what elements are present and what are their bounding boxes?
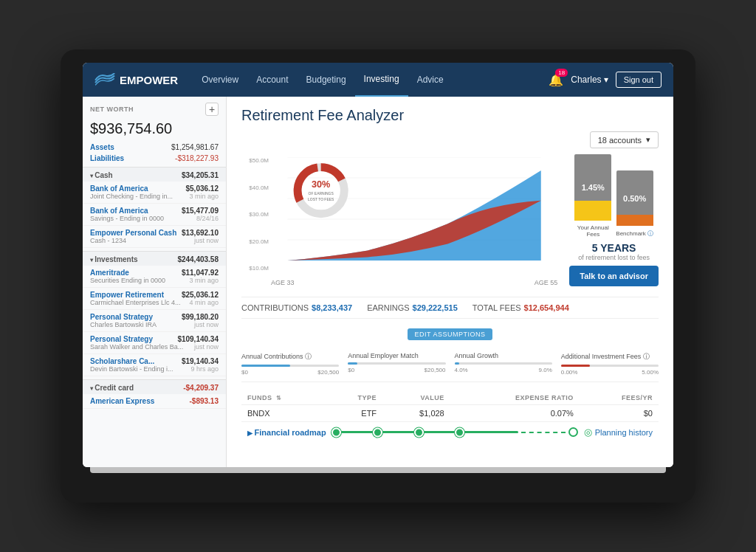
financial-roadmap: Financial roadmap ◎ Planning hi: [241, 422, 659, 442]
user-menu[interactable]: Charles ▾: [571, 75, 608, 85]
nav-links: Overview Account Budgeting Investing Adv…: [193, 63, 549, 97]
sidebar: NET WORTH + $936,754.60 Assets $1,254,98…: [83, 97, 227, 467]
svg-text:OF EARNINGS: OF EARNINGS: [309, 192, 334, 196]
chart-stats: CONTRIBUTIONS $8,233,437 EARNINGS $29,22…: [241, 297, 659, 319]
add-account-button[interactable]: +: [205, 103, 219, 116]
list-item: Ameritrade $11,047.92 Securities Ending …: [83, 266, 226, 288]
svg-text:LOST TO FEES: LOST TO FEES: [308, 197, 334, 201]
history-icon: ◎: [584, 427, 592, 438]
signout-button[interactable]: Sign out: [616, 72, 662, 88]
accounts-button[interactable]: 18 accounts ▾: [590, 131, 659, 148]
cash-section-title[interactable]: Cash: [90, 171, 113, 179]
fee-chart: $50.0M $40.0M $30.0M $20.0M $10.0M: [241, 157, 557, 286]
fund-fees-yr: $0: [580, 405, 659, 422]
credit-section-title[interactable]: Credit card: [90, 384, 134, 392]
main-content: Retirement Fee Analyzer 18 accounts ▾ $5…: [227, 97, 673, 467]
total-fees-value: $12,654,944: [524, 303, 569, 312]
list-item: Bank of America $15,477.09 Savings - End…: [83, 204, 226, 226]
fund-type: ETF: [326, 405, 382, 422]
list-item: Bank of America $5,036.12 Joint Checking…: [83, 182, 226, 204]
advisor-button[interactable]: Talk to an advisor: [569, 266, 659, 286]
sliders-section: Annual Contributions ⓘ $0 $20,500 Annual…: [241, 346, 659, 382]
fee-comparison-bars: 1.45% Your AnnualFees 0.50%: [574, 154, 653, 238]
liabilities-value: -$318,227.93: [175, 154, 219, 162]
page-title: Retirement Fee Analyzer: [241, 107, 659, 124]
accounts-selector: 18 accounts ▾: [241, 131, 659, 148]
investments-section-amount: $244,403.58: [177, 255, 219, 263]
assets-value: $1,254,981.67: [171, 143, 219, 151]
investment-fees-slider: Additional Investment Fees ⓘ 0.00% 5.00%: [561, 352, 659, 376]
value-header: VALUE: [382, 391, 450, 405]
earnings-label: EARNINGS: [367, 303, 409, 312]
logo-text: EMPOWER: [120, 74, 178, 86]
chevron-down-icon: ▾: [646, 135, 650, 145]
list-item: American Express -$893.13: [83, 394, 226, 409]
contributions-label: CONTRIBUTIONS: [241, 303, 309, 312]
fund-expense-ratio: 0.07%: [450, 405, 580, 422]
nav-right: 🔔 18 Charles ▾ Sign out: [549, 72, 662, 88]
expense-ratio-header: EXPENSE RATIO: [450, 391, 580, 405]
list-item: Personal Strategy $99,180.20 Charles Bar…: [83, 310, 226, 332]
liabilities-label: Liabilities: [90, 154, 124, 162]
earnings-value: $29,222,515: [413, 303, 458, 312]
list-item: Personal Strategy $109,140.34 Sarah Walk…: [83, 332, 226, 354]
fund-name[interactable]: BNDX: [241, 405, 326, 422]
chart-section: $50.0M $40.0M $30.0M $20.0M $10.0M: [241, 154, 659, 286]
net-worth-label: NET WORTH: [90, 106, 134, 113]
age-end-label: AGE 55: [535, 279, 558, 286]
planning-history-link[interactable]: ◎ Planning history: [584, 427, 653, 438]
contributions-slider: Annual Contributions ⓘ $0 $20,500: [241, 352, 339, 376]
area-chart-svg: 30% OF EARNINGS LOST TO FEES: [271, 157, 557, 261]
annual-fee-pct: 1.45%: [582, 183, 605, 192]
credit-section-amount: -$4,209.37: [183, 384, 219, 392]
table-row: BNDX ETF $1,028 0.07% $0: [241, 405, 659, 422]
net-worth-value: $936,754.60: [83, 119, 226, 142]
sort-icon: ⇅: [276, 395, 282, 401]
age-start-label: AGE 33: [271, 279, 295, 286]
nav-budgeting[interactable]: Budgeting: [298, 63, 355, 97]
investments-section-title[interactable]: Investments: [90, 255, 138, 263]
years-sublabel: of retirement lost to fees: [578, 254, 650, 261]
nav-overview[interactable]: Overview: [193, 63, 247, 97]
edit-assumptions-button[interactable]: EDIT ASSUMPTIONS: [408, 328, 493, 340]
fees-yr-header: FEES/YR: [580, 391, 659, 405]
list-item: Scholarshare Ca... $19,140.34 Devin Bart…: [83, 354, 226, 376]
assets-label: Assets: [90, 143, 114, 151]
funds-table: FUNDS ⇅ TYPE VALUE EXPENSE RATIO FEES/YR…: [241, 391, 659, 422]
roadmap-label[interactable]: Financial roadmap: [247, 428, 326, 437]
list-item: Empower Personal Cash $13,692.10 Cash - …: [83, 226, 226, 248]
total-fees-label: TOTAL FEES: [472, 303, 521, 312]
fund-value: $1,028: [382, 405, 450, 422]
nav-advice[interactable]: Advice: [408, 63, 453, 97]
bell-icon[interactable]: 🔔 18: [549, 73, 563, 87]
edit-assumptions-section: EDIT ASSUMPTIONS: [241, 326, 659, 340]
svg-text:30%: 30%: [312, 179, 331, 189]
cash-section-amount: $34,205.31: [182, 171, 219, 179]
employer-match-slider: Annual Employer Match $0 $20,500: [348, 352, 445, 376]
contributions-value: $8,233,437: [312, 303, 352, 312]
annual-growth-slider: Annual Growth 4.0% 9.0%: [455, 352, 552, 376]
funds-header[interactable]: FUNDS ⇅: [241, 391, 326, 405]
nav-investing[interactable]: Investing: [355, 63, 408, 97]
logo[interactable]: EMPOWER: [94, 73, 178, 86]
type-header: TYPE: [326, 391, 382, 405]
navbar: EMPOWER Overview Account Budgeting Inves…: [83, 63, 673, 97]
chevron-down-icon: ▾: [604, 75, 608, 85]
benchmark-pct: 0.50%: [623, 194, 646, 203]
list-item: Empower Retirement $25,036.12 Carmichael…: [83, 288, 226, 310]
nav-account[interactable]: Account: [247, 63, 297, 97]
years-label: 5 YEARS: [578, 242, 650, 254]
notification-badge: 18: [555, 69, 568, 77]
